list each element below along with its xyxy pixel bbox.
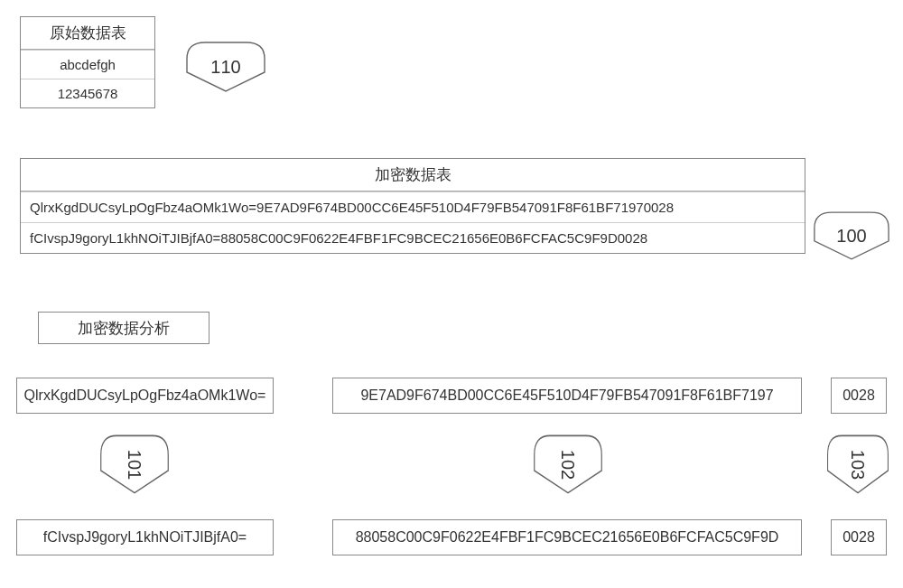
analysis-col2-bottom: 88058C00C9F0622E4FBF1FC9BCEC21656E0B6FCF… [332, 519, 802, 555]
callout-101: 101 [99, 434, 170, 495]
encrypted-table-title: 加密数据表 [21, 159, 805, 191]
callout-103: 103 [826, 434, 889, 495]
analysis-col3-bottom: 0028 [831, 519, 887, 555]
analysis-title: 加密数据分析 [38, 312, 209, 344]
callout-label: 110 [210, 57, 240, 78]
callout-label: 103 [848, 449, 869, 479]
encrypted-data-table: 加密数据表 QlrxKgdDUCsyLpOgFbz4aOMk1Wo=9E7AD9… [20, 158, 805, 254]
analysis-col2-top: 9E7AD9F674BD00CC6E45F510D4F79FB547091F8F… [332, 378, 802, 414]
callout-label: 101 [125, 449, 145, 479]
callout-label: 100 [836, 226, 866, 247]
original-data-table: 原始数据表 abcdefgh 12345678 [20, 16, 155, 108]
analysis-col1-bottom: fCIvspJ9goryL1khNOiTJIBjfA0= [16, 519, 274, 555]
analysis-col3-top: 0028 [831, 378, 887, 414]
callout-102: 102 [533, 434, 603, 495]
analysis-col1-top: QlrxKgdDUCsyLpOgFbz4aOMk1Wo= [16, 378, 274, 414]
encrypted-row: fCIvspJ9goryL1khNOiTJIBjfA0=88058C00C9F0… [21, 222, 805, 253]
original-table-title: 原始数据表 [21, 17, 154, 50]
original-row: 12345678 [21, 79, 154, 107]
callout-110: 110 [185, 41, 266, 93]
callout-100: 100 [813, 208, 890, 264]
encrypted-row: QlrxKgdDUCsyLpOgFbz4aOMk1Wo=9E7AD9F674BD… [21, 191, 805, 222]
callout-label: 102 [558, 449, 579, 479]
original-row: abcdefgh [21, 50, 154, 79]
